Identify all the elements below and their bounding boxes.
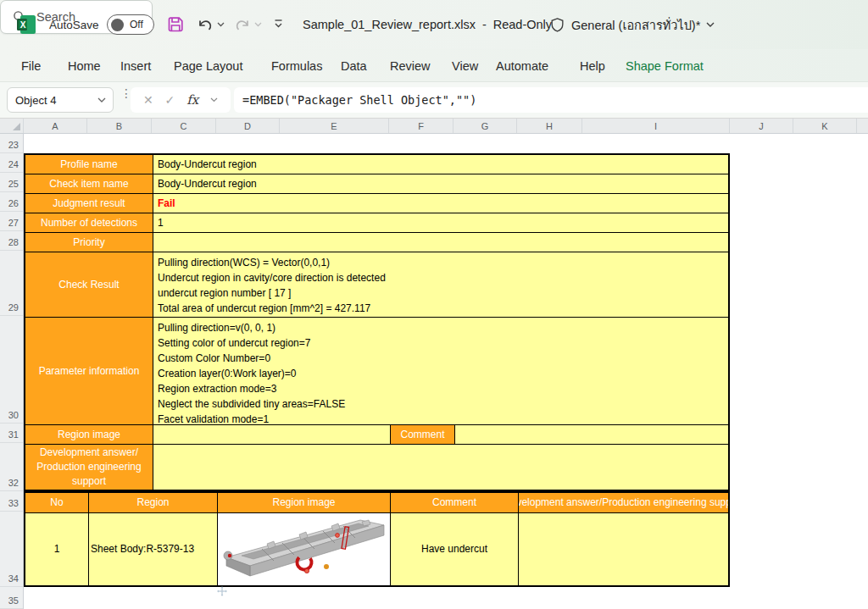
filename: Sample_01_Review_report.xlsx (303, 18, 476, 31)
value-parameter-information[interactable]: Pulling direction=v(0, 0, 1) Setting col… (153, 318, 728, 425)
column-header-H[interactable]: H (517, 119, 582, 133)
detail-header-region[interactable]: Region (89, 493, 218, 513)
toggle-knob-icon (111, 19, 124, 31)
undo-button[interactable] (197, 16, 225, 33)
title-separator: - (482, 18, 487, 31)
detail-row-comment[interactable]: Have undercut (391, 513, 519, 585)
row-header-32[interactable]: 32 (0, 443, 23, 491)
row-header-30[interactable]: 30 (0, 316, 23, 424)
autosave-toggle[interactable]: Off (107, 14, 154, 35)
value-profile-name[interactable]: Body-Undercut region (153, 155, 728, 174)
row-header-23[interactable]: 23 (0, 134, 23, 153)
column-header-A[interactable]: A (24, 119, 87, 133)
sheet-canvas[interactable]: ABCDEFGHIJK 23242526272829303132333435 P… (0, 119, 868, 609)
detail-row-region[interactable]: Sheet Body:R-5379-13 (89, 513, 218, 585)
value-priority[interactable] (153, 233, 728, 252)
ribbon-tab-insert[interactable]: Insert (120, 49, 151, 82)
row-header-27[interactable]: 27 (0, 212, 23, 231)
development-answer-blank-cell[interactable] (153, 445, 728, 490)
detail-row-no[interactable]: 1 (25, 513, 89, 585)
name-box-value: Object 4 (15, 94, 97, 107)
shield-icon (549, 16, 565, 34)
ribbon-tab-file[interactable]: File (21, 49, 41, 82)
column-header-B[interactable]: B (87, 119, 152, 133)
column-header-I[interactable]: I (582, 119, 730, 133)
fx-chevron-icon[interactable] (210, 97, 218, 102)
label-priority[interactable]: Priority (25, 233, 153, 252)
row-header-28[interactable]: 28 (0, 231, 23, 251)
label-parameter-information[interactable]: Parameter information (25, 318, 153, 425)
insert-function-button[interactable]: fx (186, 92, 198, 108)
detail-table: No Region Region image Comment Developme… (24, 491, 730, 587)
row-header-29[interactable]: 29 (0, 251, 23, 316)
undo-dropdown-icon[interactable] (217, 22, 225, 27)
undo-icon (197, 16, 214, 33)
quick-access-overflow-button[interactable] (273, 19, 284, 29)
region-image-blank-cell[interactable] (153, 425, 391, 445)
name-box-chevron-icon[interactable] (97, 97, 106, 103)
ribbon-tab-formulas[interactable]: Formulas (271, 49, 322, 82)
formula-bar-kebab-icon[interactable]: ⋮ (120, 90, 127, 97)
detail-header-comment[interactable]: Comment (391, 493, 519, 513)
row-header-33[interactable]: 33 (0, 491, 23, 512)
report-summary-table: Profile name Body-Undercut region Check … (24, 153, 730, 491)
readonly-badge: Read-Only (493, 18, 552, 31)
detail-header-no[interactable]: No (25, 493, 89, 513)
detail-row-region-image[interactable] (218, 513, 391, 585)
ribbon-tab-home[interactable]: Home (68, 49, 101, 82)
save-button[interactable] (166, 15, 185, 34)
ribbon-tab-shape-format[interactable]: Shape Format (626, 49, 704, 82)
redo-button (234, 16, 262, 33)
label-region-image[interactable]: Region image (25, 425, 153, 445)
detail-header-development-answer[interactable]: Development answer/Production engineerin… (519, 493, 728, 513)
row-header-35[interactable]: 35 (0, 587, 23, 609)
label-number-of-detections[interactable]: Number of detections (25, 213, 153, 233)
ribbon-tab-view[interactable]: View (452, 49, 478, 82)
row-header-25[interactable]: 25 (0, 173, 23, 192)
label-check-result[interactable]: Check Result (25, 252, 153, 318)
column-header-J[interactable]: J (730, 119, 793, 133)
ribbon-tab-review[interactable]: Review (390, 49, 431, 82)
document-title: Sample_01_Review_report.xlsx - Read-Only (303, 0, 552, 49)
ribbon-tab-automate[interactable]: Automate (496, 49, 548, 82)
cancel-button[interactable]: ✕ (143, 93, 153, 107)
column-header-E[interactable]: E (280, 119, 389, 133)
name-box[interactable]: Object 4 (7, 87, 114, 113)
row-header-24[interactable]: 24 (0, 153, 23, 173)
row-header-31[interactable]: 31 (0, 424, 23, 443)
detail-header-region-image[interactable]: Region image (218, 493, 391, 513)
select-all-triangle-icon (13, 123, 20, 130)
comment-blank-cell[interactable] (455, 425, 728, 445)
value-check-result[interactable]: Pulling direction(WCS) = Vector(0,0,1) U… (153, 252, 728, 318)
label-profile-name[interactable]: Profile name (25, 155, 153, 174)
formula-input[interactable]: =EMBED("Packager Shell Object","") (234, 87, 868, 113)
column-header-F[interactable]: F (389, 119, 453, 133)
autosave-state: Off (130, 19, 143, 30)
row-header-26[interactable]: 26 (0, 192, 23, 212)
enter-button[interactable]: ✓ (165, 93, 175, 107)
save-icon (166, 15, 185, 34)
column-header-G[interactable]: G (453, 119, 517, 133)
detail-row-development-answer[interactable] (519, 513, 728, 585)
formula-text: =EMBED("Packager Shell Object","") (242, 93, 476, 107)
column-header-C[interactable]: C (152, 119, 216, 133)
label-check-item-name[interactable]: Check item name (25, 174, 153, 194)
sensitivity-label-button[interactable]: General (เอกสารทั่วไป)* (549, 0, 715, 49)
column-header-K[interactable]: K (793, 119, 857, 133)
label-comment[interactable]: Comment (391, 425, 455, 445)
redo-icon (234, 16, 251, 33)
excel-window: X AutoSave Off (0, 0, 868, 609)
column-header-D[interactable]: D (216, 119, 280, 133)
row-header-34[interactable]: 34 (0, 512, 23, 587)
value-judgment-result[interactable]: Fail (153, 194, 728, 213)
label-judgment-result[interactable]: Judgment result (25, 194, 153, 213)
object-move-anchor-icon[interactable] (217, 586, 227, 596)
formula-bar: Object 4 ⋮ ✕ ✓ fx =EMBED("Packager Shell… (0, 82, 868, 119)
ribbon-tab-help[interactable]: Help (580, 49, 605, 82)
ribbon-tab-page-layout[interactable]: Page Layout (174, 49, 242, 82)
label-development-answer[interactable]: Development answer/ Production engineeri… (25, 445, 153, 490)
value-number-of-detections[interactable]: 1 (153, 213, 728, 233)
select-all-corner[interactable] (0, 119, 24, 133)
ribbon-tab-data[interactable]: Data (341, 49, 367, 82)
value-check-item-name[interactable]: Body-Undercut region (153, 174, 728, 194)
